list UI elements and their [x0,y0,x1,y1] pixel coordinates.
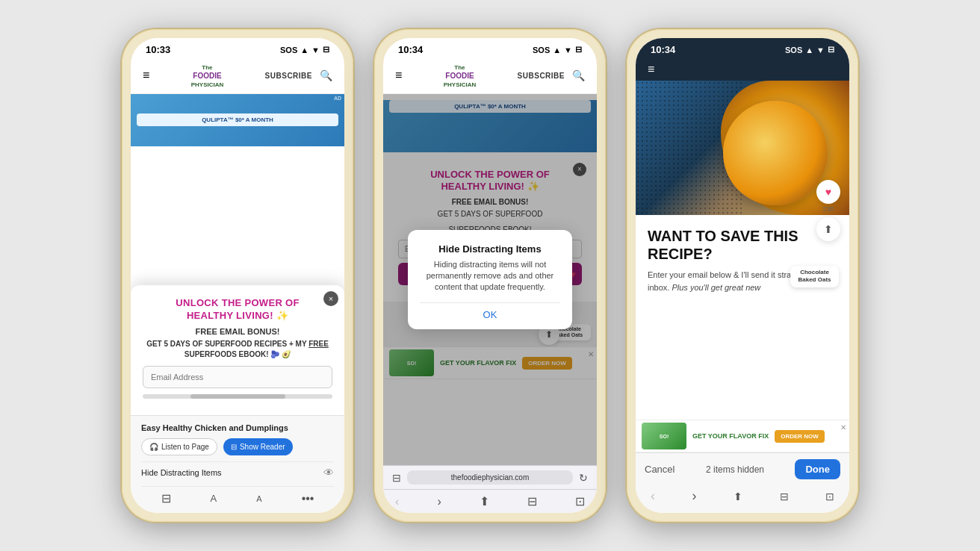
hide-distracting-row-1[interactable]: Hide Distracting Items 👁 [141,461,334,483]
url-bar-2[interactable]: thefoodiephysician.com [407,470,573,485]
eye-slash-icon-1: 👁 [323,467,334,479]
phone-1-screen: 10:33 SOS ▲ ▼ ⊟ ≡ The FOODIE PHYSICIAN S… [131,38,344,513]
modal-box-2: Hide Distracting Items Hiding distractin… [408,230,572,329]
hidden-bar-3: Cancel 2 items hidden Done [645,459,840,479]
order-now-btn-3[interactable]: ORDER NOW [775,430,825,443]
nav-logo-1: The FOODIE PHYSICIAN [191,63,224,89]
search-icon-1[interactable]: 🔍 [320,69,332,81]
close-ad-3[interactable]: ✕ [840,423,846,432]
heart-btn-3[interactable]: ♥ [816,180,840,204]
popup-title-1: UNLOCK THE POWER OF HEALTHY LIVING! ✨ [143,297,332,323]
modal-overlay-2: Hide Distracting Items Hiding distractin… [383,94,597,465]
signal-icon-3: ▲ [805,46,813,55]
article-title-1: Easy Healthy Chicken and Dumplings [141,423,334,432]
status-icons-2: SOS ▲ ▼ ⊟ [533,45,582,55]
share-nav-btn-3[interactable]: ⬆ [734,491,742,502]
subscribe-btn-1[interactable]: SUBSCRIBE [265,72,312,80]
items-hidden-3: 2 items hidden [706,464,764,475]
search-icon-2[interactable]: 🔍 [572,69,585,81]
wifi-icon-1: ▼ [311,46,320,55]
status-icons-3: SOS ▲ ▼ ⊟ [785,45,834,55]
bookmarks-nav-btn-3[interactable]: ⊟ [780,491,789,502]
menu-icon-2[interactable]: ≡ [395,69,402,82]
popup-subtitle-1: FREE EMAIL BONUS! [143,327,332,336]
sos-icon-1: SOS [280,46,297,55]
ad-text-1: QULIPTA™ $0* A MONTH [202,116,273,123]
headphone-icon-1: 🎧 [149,443,158,451]
tab-icon-2[interactable]: ⊟ [392,472,401,484]
battery-icon-2: ⊟ [575,45,582,55]
toolbar-font-large-1[interactable]: A [211,493,217,504]
share-btn-3[interactable]: ⬆ [816,217,840,241]
status-time-1: 10:33 [146,44,170,55]
phone-2-screen: 10:34 SOS ▲ ▼ ⊟ ≡ The FOODIE PHYSICIAN S… [383,38,597,513]
tabs-nav-btn-3[interactable]: ⊡ [825,491,834,502]
show-reader-btn-1[interactable]: ⊟ Show Reader [223,438,293,455]
phone-1: 10:33 SOS ▲ ▼ ⊟ ≡ The FOODIE PHYSICIAN S… [122,29,353,522]
recipe-title-3: WANT TO SAVE THIS RECIPE? [648,227,837,263]
status-time-3: 10:34 [651,44,675,55]
signal-icon-1: ▲ [300,46,308,55]
nav-bar-1: ≡ The FOODIE PHYSICIAN SUBSCRIBE 🔍 [131,58,344,94]
ad-banner-1: AD QULIPTA™ $0* A MONTH [131,94,344,146]
refresh-icon-2[interactable]: ↻ [579,472,588,484]
toolbar-more-1[interactable]: ••• [302,492,314,505]
status-bar-1: 10:33 SOS ▲ ▼ ⊟ [131,38,344,58]
reader-icon-1: ⊟ [231,443,237,451]
status-icons-1: SOS ▲ ▼ ⊟ [280,45,329,55]
back-btn-2[interactable]: ‹ [395,495,399,508]
sos-icon-3: SOS [785,46,802,55]
subscribe-btn-2[interactable]: SUBSCRIBE [518,72,565,80]
modal-body-2: Hiding distracting items will not perman… [420,259,560,293]
sos-icon-2: SOS [533,46,550,55]
bottom-actions-1: 🎧 Listen to Page ⊟ Show Reader [141,438,334,455]
heart-count-3: 230 [822,205,834,213]
phone-3-screen: 10:34 SOS ▲ ▼ ⊟ ≡ ♥ 230 ⬆ Chocol [636,38,849,513]
battery-icon-1: ⊟ [323,45,329,55]
page-content-2: QULIPTA™ $0* A MONTH × UNLOCK THE POWER … [383,94,597,465]
choc-badge-3: Chocolate Baked Oats [790,266,839,287]
battery-icon-3: ⊟ [828,45,834,55]
tabs-btn-2[interactable]: ⊡ [575,494,585,508]
flavor-ad-text-3: GET YOUR FLAVOR FIX [692,432,769,440]
forward-btn-3[interactable]: › [692,488,697,504]
status-bar-2: 10:34 SOS ▲ ▼ ⊟ [383,38,597,58]
browser-nav-3: ‹ › ⬆ ⊟ ⊡ [645,485,840,507]
bottom-panel-1: Easy Healthy Chicken and Dumplings 🎧 Lis… [131,415,344,513]
email-input-1[interactable] [143,366,332,388]
modal-ok-btn-2[interactable]: OK [420,302,560,320]
bookmarks-btn-2[interactable]: ⊟ [527,494,537,508]
flavor-ad-3: SO! GET YOUR FLAVOR FIX ORDER NOW ✕ [636,420,849,452]
floating-heart-3: ♥ 230 ⬆ [816,180,840,241]
browser-nav-2: ‹ › ⬆ ⊟ ⊡ [383,489,597,513]
back-btn-3[interactable]: ‹ [651,488,655,504]
popup-close-btn-1[interactable]: × [323,291,338,306]
modal-title-2: Hide Distracting Items [420,243,560,255]
bottom-bar-3: Cancel 2 items hidden Done ‹ › ⬆ ⊟ ⊡ [636,452,849,513]
ad-label-1: AD [334,96,341,101]
wifi-icon-3: ▼ [816,46,825,55]
done-btn-3[interactable]: Done [795,459,840,479]
menu-icon-3[interactable]: ≡ [648,63,654,76]
status-time-2: 10:34 [398,44,423,55]
phone-3: 10:34 SOS ▲ ▼ ⊟ ≡ ♥ 230 ⬆ Chocol [627,29,858,522]
wifi-icon-2: ▼ [564,46,572,55]
signal-icon-2: ▲ [553,46,561,55]
toolbar-font-small-1[interactable]: A [256,494,261,503]
menu-icon-1[interactable]: ≡ [143,69,149,82]
phone-2: 10:34 SOS ▲ ▼ ⊟ ≡ The FOODIE PHYSICIAN S… [374,29,606,522]
browser-bar-2: ⊟ thefoodiephysician.com ↻ [383,465,597,489]
toolbar-bookmark-1[interactable]: ⊟ [161,491,171,505]
nav-bar-2: ≡ The FOODIE PHYSICIAN SUBSCRIBE 🔍 [383,58,597,94]
status-bar-3: 10:34 SOS ▲ ▼ ⊟ [636,38,849,58]
toolbar-row-1: ⊟ A A ••• [141,486,334,505]
flavor-ad-img-3: SO! [642,423,686,449]
popup-body-1: GET 5 DAYS OF SUPERFOOD RECIPES + MY FRE… [143,339,332,360]
nav-logo-2: The FOODIE PHYSICIAN [444,63,477,89]
forward-btn-2[interactable]: › [437,495,441,508]
page-content-1: AD QULIPTA™ $0* A MONTH × UNLOCK THE POW… [131,94,344,415]
cancel-btn-3[interactable]: Cancel [645,464,674,475]
listen-btn-1[interactable]: 🎧 Listen to Page [141,438,217,455]
popup-1: × UNLOCK THE POWER OF HEALTHY LIVING! ✨ … [131,285,344,415]
share-btn-2[interactable]: ⬆ [480,494,489,508]
